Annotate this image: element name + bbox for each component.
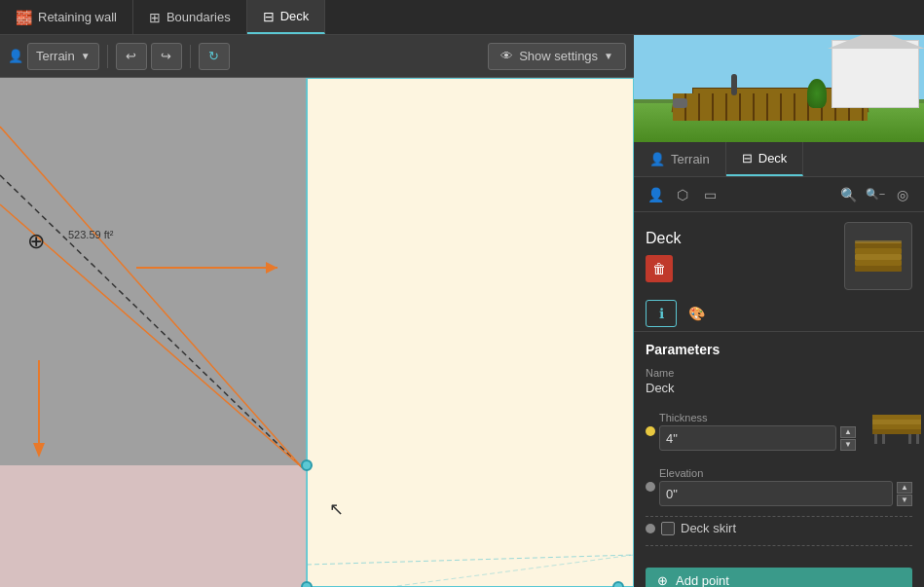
- tab-retaining-wall[interactable]: 🧱 Retaining wall: [0, 0, 133, 34]
- info-tab-info[interactable]: ℹ: [646, 300, 677, 327]
- panel-tab-deck-label: Deck: [758, 151, 788, 165]
- hexagon-icon-btn[interactable]: ⬡: [669, 181, 696, 208]
- divider-2: [646, 545, 912, 546]
- redo-button[interactable]: ↪: [151, 43, 182, 70]
- canvas-viewport[interactable]: ⊕ 523.59 ft² ↖: [0, 78, 634, 587]
- terrain-person-icon: 👤: [8, 49, 23, 63]
- thickness-dot: [646, 426, 655, 436]
- move-cursor-icon: ⊕: [27, 229, 45, 254]
- panel-tabs: 👤 Terrain ⊟ Deck: [634, 142, 924, 177]
- svg-rect-19: [872, 429, 921, 434]
- terrain-select-label: Terrain: [36, 49, 75, 63]
- svg-rect-15: [855, 248, 902, 254]
- rect-icon-btn[interactable]: ▭: [696, 181, 723, 208]
- svg-rect-22: [874, 434, 877, 444]
- deck-icon: ⊟: [263, 9, 275, 24]
- zoom-in-icon-btn[interactable]: 🔍: [834, 181, 862, 208]
- deck-preview-thumb: [844, 222, 912, 290]
- add-point-label: Add point: [676, 573, 729, 587]
- retaining-wall-icon: 🧱: [16, 10, 32, 25]
- svg-rect-14: [855, 254, 902, 260]
- panel-content: Deck 🗑: [634, 212, 924, 587]
- svg-rect-12: [855, 260, 902, 266]
- deck-surface: [307, 78, 634, 587]
- tab-bar: 🧱 Retaining wall ⊞ Boundaries ⊟ Deck: [0, 0, 924, 35]
- toolbar-divider-2: [190, 45, 191, 68]
- thickness-down-btn[interactable]: ▼: [840, 439, 856, 451]
- elevation-spinner: ▲ ▼: [897, 482, 912, 506]
- params-title: Parameters: [646, 342, 912, 357]
- panel-tab-terrain[interactable]: 👤 Terrain: [634, 142, 726, 176]
- gray-area: [0, 78, 307, 465]
- undo-button[interactable]: ↩: [116, 43, 147, 70]
- deck-skirt-row: Deck skirt: [646, 521, 912, 535]
- scene-house: [832, 40, 919, 108]
- deck-skirt-checkbox-wrap: Deck skirt: [661, 521, 736, 535]
- toolbar: 👤 Terrain ▼ ↩ ↪ ↻ 👁 Show settings ▼: [0, 35, 634, 78]
- scene-roof: [828, 35, 924, 49]
- add-point-button[interactable]: ⊕ Add point: [646, 568, 912, 587]
- tab-boundaries-label: Boundaries: [166, 10, 231, 24]
- info-tabs: ℹ 🎨: [634, 296, 924, 332]
- svg-rect-13: [855, 266, 902, 272]
- info-tab-style[interactable]: 🎨: [681, 300, 712, 327]
- deck-section: Deck 🗑: [634, 212, 924, 296]
- panel-tab-deck[interactable]: ⊟ Deck: [726, 142, 804, 176]
- target-icon-btn[interactable]: ◎: [889, 181, 916, 208]
- tab-boundaries[interactable]: ⊞ Boundaries: [133, 0, 247, 34]
- panel-icon-toolbar: 👤 ⬡ ▭ 🔍 🔍− ◎: [634, 177, 924, 212]
- thickness-group: Thickness ▲ ▼: [659, 412, 856, 451]
- elevation-input-group: ▲ ▼: [659, 481, 912, 506]
- right-panel: 👤 Terrain ⊟ Deck 👤 ⬡ ▭ 🔍 🔍− ◎ Deck: [634, 35, 924, 587]
- thickness-up-btn[interactable]: ▲: [840, 426, 856, 438]
- panel-tab-terrain-label: Terrain: [671, 152, 710, 166]
- divider-1: [646, 516, 912, 517]
- chevron-down-icon: ▼: [81, 51, 91, 61]
- deck-skirt-label: Deck skirt: [681, 521, 736, 535]
- svg-rect-25: [908, 434, 911, 444]
- thickness-input[interactable]: [659, 425, 836, 451]
- name-value: Deck: [646, 381, 912, 395]
- thickness-label: Thickness: [659, 412, 856, 423]
- tab-deck[interactable]: ⊟ Deck: [247, 0, 326, 34]
- deck-thumb-svg: [847, 225, 909, 287]
- thickness-input-group: ▲ ▼: [659, 425, 856, 451]
- svg-rect-24: [882, 434, 885, 444]
- deck-3d-thumb-side: [868, 405, 924, 458]
- pink-area: [0, 465, 307, 587]
- elevation-down-btn[interactable]: ▼: [897, 495, 912, 506]
- terrain-select[interactable]: Terrain ▼: [27, 43, 99, 70]
- deck-skirt-checkbox[interactable]: [661, 522, 675, 535]
- deck-title: Deck: [646, 230, 681, 247]
- terrain-person-icon-panel: 👤: [649, 152, 665, 166]
- elevation-input[interactable]: [659, 481, 893, 506]
- refresh-icon: ↻: [208, 49, 219, 63]
- toolbar-divider-1: [107, 45, 108, 68]
- measurement-label: 523.59 ft²: [68, 229, 113, 240]
- elevation-up-btn[interactable]: ▲: [897, 482, 912, 494]
- refresh-button[interactable]: ↻: [199, 43, 230, 70]
- zoom-out-icon-btn[interactable]: 🔍−: [862, 181, 889, 208]
- show-settings-button[interactable]: 👁 Show settings ▼: [488, 43, 626, 70]
- delete-button[interactable]: 🗑: [646, 255, 673, 282]
- show-settings-label: Show settings: [519, 49, 598, 63]
- name-param: Name Deck: [646, 367, 912, 395]
- main-layout: 👤 Terrain ▼ ↩ ↪ ↻ 👁 Show settings ▼: [0, 35, 924, 587]
- svg-rect-23: [916, 434, 919, 444]
- svg-rect-17: [855, 240, 902, 243]
- preview-scene: [634, 35, 924, 142]
- chevron-down-icon-2: ▼: [604, 51, 613, 61]
- svg-rect-20: [872, 420, 921, 424]
- elevation-group: Elevation ▲ ▼: [659, 467, 912, 506]
- params-section: Parameters Name Deck Thickness ▲: [634, 332, 924, 560]
- thickness-spinner: ▲ ▼: [840, 426, 856, 451]
- canvas-area: 👤 Terrain ▼ ↩ ↪ ↻ 👁 Show settings ▼: [0, 35, 634, 587]
- svg-rect-18: [872, 424, 921, 429]
- preview-area: [634, 35, 924, 142]
- redo-icon: ↪: [161, 49, 171, 63]
- elevation-dot: [646, 482, 655, 492]
- deck-left-col: Deck 🗑: [646, 230, 681, 282]
- scene-dog: [673, 98, 687, 108]
- person-icon-btn[interactable]: 👤: [642, 181, 669, 208]
- elevation-row: Elevation ▲ ▼: [646, 467, 912, 506]
